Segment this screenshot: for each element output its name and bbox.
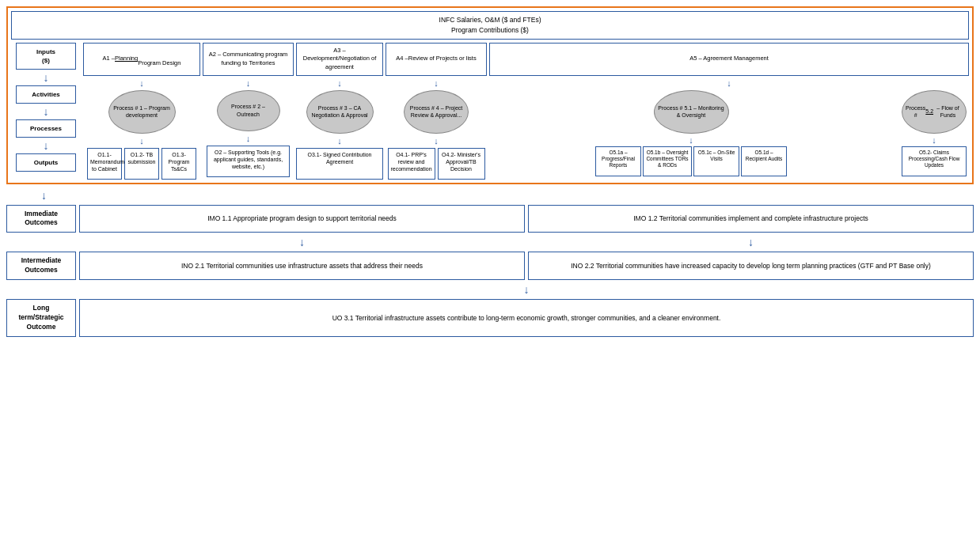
p52-col: Process # 5.2 – Flow of Funds ↓ O5.2- Cl… [899, 90, 969, 176]
top-section: INFC Salaries, O&M ($ and FTEs) Program … [6, 6, 974, 184]
a5-processes: Process # 5.1 – Monitoring & Oversight ↓… [489, 90, 969, 176]
ino22-box: INO 2.2 Territorial communities have inc… [528, 252, 974, 280]
bottom-arrow: ↓ [6, 189, 974, 202]
a1-outputs: O1.1-Memorandum to Cabinet O1.2- TB subm… [87, 148, 196, 180]
p3-arrow: ↓ [337, 136, 342, 146]
a2-arrow: ↓ [246, 78, 251, 88]
intermediate-label: IntermediateOutcomes [6, 252, 76, 280]
infc-title: INFC Salaries, O&M ($ and FTEs) [439, 16, 541, 24]
o2-box: O2 – Supporting Tools (e.g. applicant gu… [207, 146, 290, 177]
activities-label: Activities [16, 85, 76, 104]
o41-box: O4.1- PRP's review and recommendation [388, 148, 435, 180]
a3-box: A3 – Development/Negotiation of agreemen… [296, 43, 383, 76]
immediate-outcomes-row: ImmediateOutcomes IMO 1.1 Appropriate pr… [6, 205, 974, 233]
a1-underline: Planning [115, 55, 138, 63]
outcome-arrow: ↓ [79, 283, 974, 296]
longterm-outcome-row: Longterm/StrategicOutcome UO 3.1 Territo… [6, 299, 974, 337]
o12-box: O1.2- TB submission [124, 148, 159, 180]
bottom-arrows: ↓ [6, 283, 974, 296]
arrow2: ↓ [44, 106, 49, 117]
o11-box: O1.1-Memorandum to Cabinet [87, 148, 122, 180]
p52-arrow: ↓ [932, 135, 936, 145]
activities-area: A1 – PlanningProgram Design ↓ Process # … [83, 43, 969, 180]
process52-ellipse: Process # 5.2 – Flow of Funds [902, 90, 967, 134]
longterm-label: Longterm/StrategicOutcome [6, 299, 76, 337]
a1-column: A1 – PlanningProgram Design ↓ Process # … [83, 43, 200, 180]
imo12-arrow: ↓ [528, 236, 974, 248]
a4-outputs: O4.1- PRP's review and recommendation O4… [388, 148, 485, 180]
a4-box: A4 –Review of Projects or lists [386, 43, 487, 76]
imo11-arrow: ↓ [79, 236, 525, 248]
p51-col: Process # 5.1 – Monitoring & Oversight ↓… [489, 90, 893, 176]
left-labels: Inputs($) ↓ Activities ↓ Processes ↓ Out… [11, 43, 81, 172]
main-container: INFC Salaries, O&M ($ and FTEs) Program … [0, 0, 980, 343]
a5-outputs: O5.1a – Progress/Final Reports O5.1b – O… [595, 146, 787, 176]
process4-ellipse: Process # 4 – Project Review & Approval.… [404, 90, 469, 134]
a3-arrow: ↓ [337, 78, 342, 88]
a2-column: A2 – Communicating program funding to Te… [203, 43, 294, 177]
processes-label: Processes [16, 119, 76, 138]
o13-box: O1.3-Program Ts&Cs [161, 148, 196, 180]
o51d-box: O5.1d – Recipient Audits [741, 146, 787, 176]
arrow3: ↓ [44, 140, 49, 151]
process2-ellipse: Process # 2 – Outreach [217, 90, 280, 131]
immediate-label: ImmediateOutcomes [6, 205, 76, 233]
o31-box: O3.1- Signed Contribution Agreement [296, 148, 383, 180]
process51-ellipse: Process # 5.1 – Monitoring & Oversight [654, 90, 729, 134]
a1-arrow: ↓ [139, 78, 144, 88]
a2-box: A2 – Communicating program funding to Te… [203, 43, 294, 76]
a3-column: A3 – Development/Negotiation of agreemen… [296, 43, 383, 180]
a5-column: A5 – Agreement Management ↓ Process # 5.… [489, 43, 969, 176]
a5-box: A5 – Agreement Management [489, 43, 969, 76]
bottom-section: ↓ ImmediateOutcomes IMO 1.1 Appropriate … [6, 189, 974, 337]
p51-arrow: ↓ [689, 135, 693, 145]
o51c-box: O5.1c – On-Site Visits [693, 146, 739, 176]
o52-box: O5.2- Claims Processing/Cash Flow Update… [902, 146, 967, 176]
p1-arrow: ↓ [139, 136, 144, 146]
process1-ellipse: Process # 1 – Program development [108, 90, 176, 134]
outputs-label: Outputs [16, 153, 76, 172]
a5-arrow: ↓ [727, 78, 731, 88]
diagram-row: Inputs($) ↓ Activities ↓ Processes ↓ Out… [11, 43, 969, 180]
p4-arrow: ↓ [434, 136, 439, 146]
ino21-box: INO 2.1 Territorial communities use infr… [79, 252, 525, 280]
infc-header: INFC Salaries, O&M ($ and FTEs) Program … [11, 11, 969, 40]
arrow1: ↓ [44, 72, 49, 83]
mid-arrows: ↓ ↓ [6, 236, 974, 248]
a4-arrow: ↓ [434, 78, 439, 88]
inputs-label: Inputs($) [16, 43, 76, 70]
process3-ellipse: Process # 3 – CA Negotiation & Approval [306, 90, 374, 134]
imo11-box: IMO 1.1 Appropriate program design to su… [79, 205, 525, 233]
a1-box: A1 – PlanningProgram Design [83, 43, 200, 76]
imo12-box: IMO 1.2 Territorial communities implemen… [528, 205, 974, 233]
p2-arrow: ↓ [246, 134, 251, 143]
uo31-box: UO 3.1 Territorial infrastructure assets… [79, 299, 974, 337]
o51b-box: O5.1b – Oversight Committees TORs & RODs [643, 146, 692, 176]
o51a-box: O5.1a – Progress/Final Reports [595, 146, 641, 176]
intermediate-outcomes-row: IntermediateOutcomes INO 2.1 Territorial… [6, 252, 974, 280]
o42-box: O4.2- Minister's Approval/TB Decision [438, 148, 485, 180]
infc-subtitle: Program Contributions ($) [451, 26, 529, 34]
a4-column: A4 –Review of Projects or lists ↓ Proces… [386, 43, 487, 180]
